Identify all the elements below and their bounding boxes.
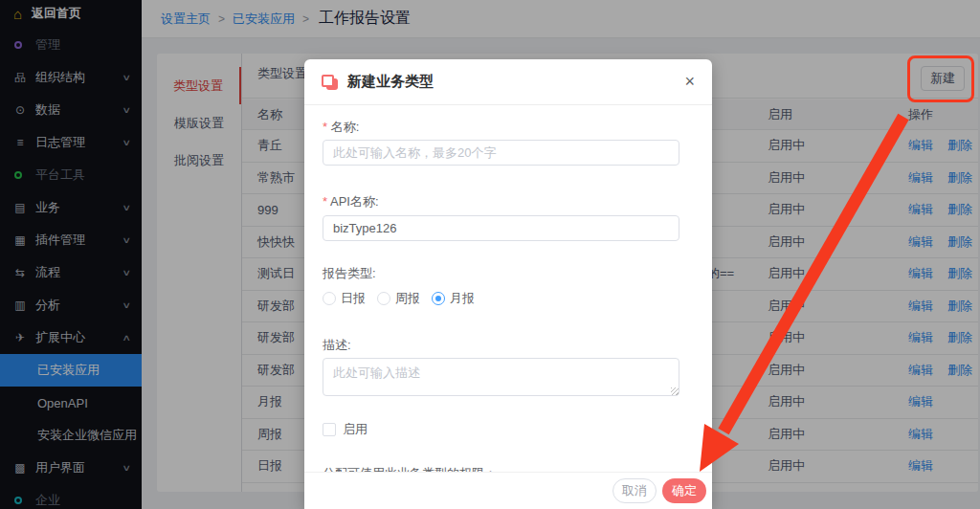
desc-textarea[interactable] (323, 358, 679, 396)
api-field-label: API名称: (323, 193, 379, 210)
enable-checkbox-row[interactable]: 启用 (323, 421, 368, 438)
cancel-button[interactable]: 取消 (612, 478, 657, 503)
radio-label: 日报 (341, 290, 366, 307)
name-input[interactable] (323, 140, 679, 166)
radio-icon (323, 292, 336, 305)
radio-label: 周报 (395, 290, 420, 307)
close-icon[interactable]: × (680, 69, 699, 94)
report-type-radio[interactable]: 月报 (432, 290, 475, 307)
name-field-label: 名称: (323, 119, 359, 136)
radio-label: 月报 (450, 290, 475, 307)
report-type-radio[interactable]: 日报 (323, 290, 366, 307)
dialog-header: 新建业务类型 × (304, 59, 712, 105)
dialog-body: 名称: API名称: 报告类型: 日报 周报 月报 (304, 105, 712, 472)
report-type-label: 报告类型: (323, 265, 376, 282)
radio-icon (432, 292, 445, 305)
textarea-resize-handle[interactable] (671, 387, 679, 395)
dialog-footer: 取消 确定 (304, 472, 712, 509)
confirm-button[interactable]: 确定 (662, 478, 706, 503)
dialog-title: 新建业务类型 (347, 73, 434, 91)
checkbox-icon (323, 423, 336, 436)
api-name-input[interactable] (323, 215, 679, 241)
desc-field-label: 描述: (323, 337, 351, 354)
report-type-radio-group: 日报 周报 月报 (323, 290, 475, 307)
radio-icon (377, 292, 390, 305)
copy-icon (322, 75, 338, 90)
new-business-type-dialog: 新建业务类型 × 名称: API名称: 报告类型: 日报 周报 月报 (304, 59, 712, 509)
enable-checkbox-label: 启用 (343, 421, 368, 438)
report-type-radio[interactable]: 周报 (377, 290, 420, 307)
